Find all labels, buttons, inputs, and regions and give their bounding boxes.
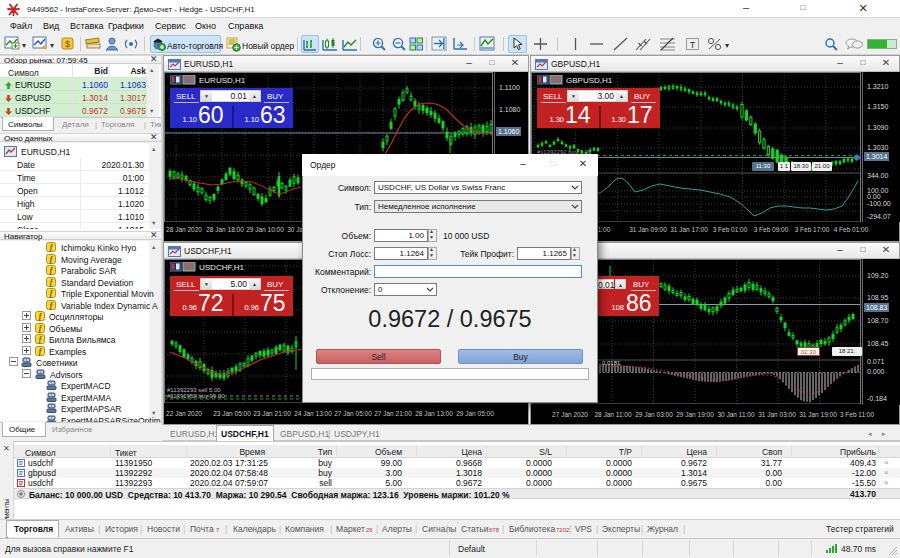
svg-text:T: T	[690, 40, 696, 50]
svg-text:$: $	[65, 39, 70, 49]
